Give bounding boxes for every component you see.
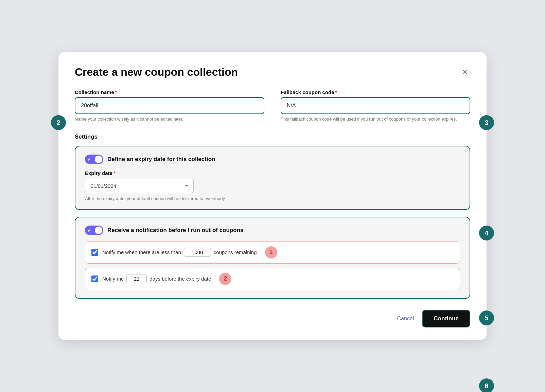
notify-row2-number[interactable] — [126, 274, 147, 283]
notify-row1-badge: 1 — [265, 246, 277, 259]
step-badge-3: 3 — [479, 115, 494, 130]
notify-row2-prefix: Notify me — [102, 276, 124, 282]
notification-toggle-label: Receive a notification before I run out … — [107, 227, 243, 234]
notify-row1-prefix: Notify me when there are less than — [102, 249, 181, 255]
settings-label: Settings — [75, 133, 470, 140]
collection-name-group: Collection name* Name your collection wi… — [75, 89, 264, 122]
expiry-toggle[interactable]: ✓ — [85, 155, 103, 164]
expiry-required: * — [113, 170, 116, 176]
expiry-date-select[interactable]: 31/01/2024 — [85, 179, 194, 193]
required-star: * — [115, 89, 117, 95]
notify-row-2: Notify me days before the expiry date 2 — [85, 268, 460, 290]
notify-row1-number[interactable] — [184, 248, 211, 257]
notification-toggle[interactable]: ✓ — [85, 226, 103, 235]
dialog-header: Create a new coupon collection × — [75, 66, 470, 78]
fields-row: Collection name* Name your collection wi… — [75, 89, 470, 122]
notify-row2-suffix: days before the expiry date — [150, 276, 211, 282]
fallback-code-label: Fallback coupon code* — [281, 89, 470, 95]
expiry-toggle-row: ✓ Define an expiry date for this collect… — [85, 155, 460, 164]
step-badge-5: 5 — [479, 310, 494, 325]
expiry-field-group: Expiry date* 31/01/2024 After the expiry… — [85, 170, 460, 201]
notify-row2-text: Notify me days before the expiry date — [102, 274, 211, 283]
collection-name-hint: Name your collection wisely as it cannot… — [75, 116, 264, 122]
notification-toggle-row: ✓ Receive a notification before I run ou… — [85, 226, 460, 235]
dialog-title: Create a new coupon collection — [75, 66, 238, 78]
footer-row: Cancel Continue — [75, 310, 470, 327]
notify-row1-text: Notify me when there are less than coupo… — [102, 248, 257, 257]
notification-block: ✓ Receive a notification before I run ou… — [75, 217, 470, 299]
create-coupon-dialog: Create a new coupon collection × Collect… — [58, 52, 487, 339]
cancel-button[interactable]: Cancel — [397, 316, 414, 322]
notify-row1-checkbox[interactable] — [91, 249, 98, 256]
notify-row2-checkbox[interactable] — [91, 275, 98, 282]
collection-name-input[interactable] — [75, 97, 264, 114]
expiry-toggle-label: Define an expiry date for this collectio… — [107, 156, 215, 163]
expiry-hint: After the expiry date, your default coup… — [85, 196, 460, 201]
fallback-code-hint: This fallback coupon code will be used i… — [281, 116, 470, 122]
step-badge-4: 4 — [479, 226, 494, 240]
expiry-date-label: Expiry date* — [85, 170, 460, 176]
close-button[interactable]: × — [459, 66, 470, 78]
expiry-block: ✓ Define an expiry date for this collect… — [75, 146, 470, 210]
step-badge-6: 6 — [479, 378, 494, 392]
fallback-code-input[interactable] — [281, 97, 470, 114]
collection-name-label: Collection name* — [75, 89, 264, 95]
notify-row1-suffix: coupons remaining — [214, 249, 257, 255]
continue-button[interactable]: Continue — [422, 310, 470, 327]
notify-row-1: Notify me when there are less than coupo… — [85, 241, 460, 264]
notify-row2-badge: 2 — [219, 273, 231, 285]
fallback-code-group: Fallback coupon code* This fallback coup… — [281, 89, 470, 122]
required-star-fallback: * — [335, 89, 337, 95]
